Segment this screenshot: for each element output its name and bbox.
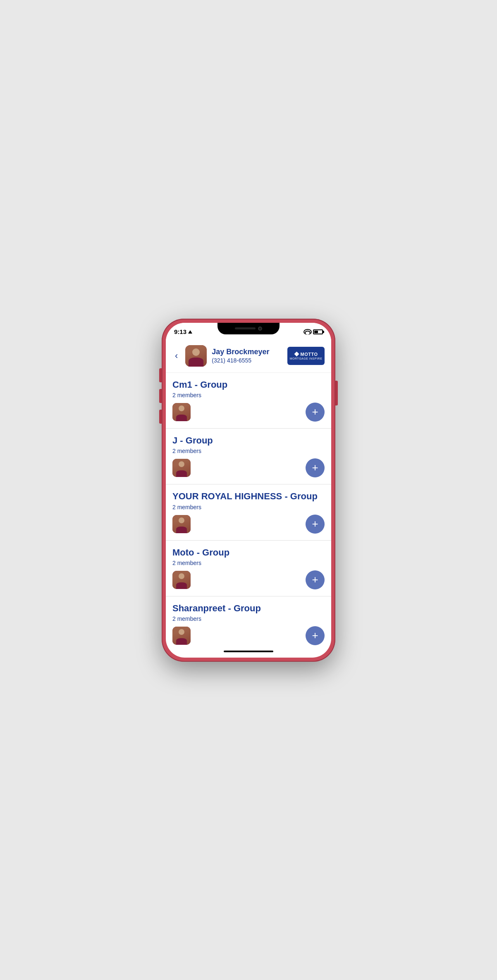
member-head [179, 629, 184, 635]
group-member-count: 2 members [172, 615, 325, 622]
groups-list: Cm1 - Group 2 members + J - Grou [166, 373, 331, 645]
add-button[interactable]: + [306, 515, 325, 534]
home-indicator [166, 645, 331, 658]
group-member-count: 2 members [172, 392, 325, 398]
time-display: 9:13 [174, 328, 186, 335]
brand-logo: MOTTO MORTGAGE INSPIRE [287, 347, 325, 365]
member-figure [172, 459, 191, 477]
group-name: Moto - Group [172, 547, 325, 558]
logo-sub-text: MORTGAGE INSPIRE [290, 357, 323, 360]
group-item: J - Group 2 members + [166, 429, 331, 484]
group-member-count: 2 members [172, 448, 325, 454]
notch [217, 323, 280, 334]
add-button[interactable]: + [306, 458, 325, 477]
plus-icon: + [312, 630, 318, 641]
location-arrow-icon [188, 330, 192, 334]
back-button[interactable]: ‹ [172, 350, 180, 362]
member-avatar [172, 627, 191, 645]
plus-icon: + [312, 518, 318, 529]
group-name: Sharanpreet - Group [172, 603, 325, 614]
group-item: Sharanpreet - Group 2 members + [166, 596, 331, 645]
member-body [176, 527, 187, 533]
group-item: Moto - Group 2 members + [166, 541, 331, 596]
group-row: + [172, 570, 325, 589]
user-name: Jay Brockmeyer [212, 348, 282, 356]
wifi-icon [303, 329, 311, 335]
group-member-count: 2 members [172, 504, 325, 510]
avatar-figure [185, 345, 207, 367]
group-row: + [172, 515, 325, 534]
avatar [185, 345, 207, 367]
logo-motto-text: MOTTO [300, 352, 318, 357]
status-bar: 9:13 [166, 323, 331, 341]
add-button[interactable]: + [306, 403, 325, 422]
member-head [179, 461, 184, 467]
group-row: + [172, 626, 325, 645]
phone-screen: 9:13 ‹ Jay Brockmeyer (321) 418-6 [166, 323, 331, 658]
member-figure [172, 515, 191, 533]
member-avatar [172, 571, 191, 589]
logo-diamond-icon [294, 352, 299, 357]
logo-top-row: MOTTO [294, 352, 318, 357]
member-head [179, 517, 184, 523]
group-member-count: 2 members [172, 560, 325, 566]
phone-device: 9:13 ‹ Jay Brockmeyer (321) 418-6 [162, 319, 335, 662]
group-item: YOUR ROYAL HIGHNESS - Group 2 members + [166, 484, 331, 540]
avatar-head [192, 348, 200, 356]
member-head [179, 405, 184, 411]
plus-icon: + [312, 406, 318, 417]
group-name: Cm1 - Group [172, 379, 325, 390]
user-phone: (321) 418-6555 [212, 357, 282, 364]
header-info: Jay Brockmeyer (321) 418-6555 [212, 348, 282, 364]
member-head [179, 573, 184, 579]
plus-icon: + [312, 574, 318, 585]
add-button[interactable]: + [306, 570, 325, 589]
add-button[interactable]: + [306, 626, 325, 645]
group-name: J - Group [172, 435, 325, 446]
camera [258, 327, 262, 331]
home-bar [224, 651, 273, 652]
header: ‹ Jay Brockmeyer (321) 418-6555 MOTTO MO… [166, 341, 331, 373]
group-name: YOUR ROYAL HIGHNESS - Group [172, 491, 325, 502]
member-avatar [172, 459, 191, 477]
member-body [176, 638, 187, 645]
member-body [176, 470, 187, 477]
member-body [176, 415, 187, 421]
group-item: Cm1 - Group 2 members + [166, 373, 331, 429]
status-time: 9:13 [174, 328, 192, 335]
speaker [235, 327, 256, 329]
plus-icon: + [312, 462, 318, 473]
group-row: + [172, 403, 325, 422]
member-figure [172, 571, 191, 589]
battery-icon [313, 329, 323, 334]
member-avatar [172, 403, 191, 421]
avatar-body [189, 358, 203, 367]
member-body [176, 582, 187, 589]
member-figure [172, 403, 191, 421]
member-figure [172, 627, 191, 645]
status-icons [303, 329, 323, 335]
battery-fill [314, 331, 318, 333]
group-row: + [172, 458, 325, 477]
member-avatar [172, 515, 191, 533]
